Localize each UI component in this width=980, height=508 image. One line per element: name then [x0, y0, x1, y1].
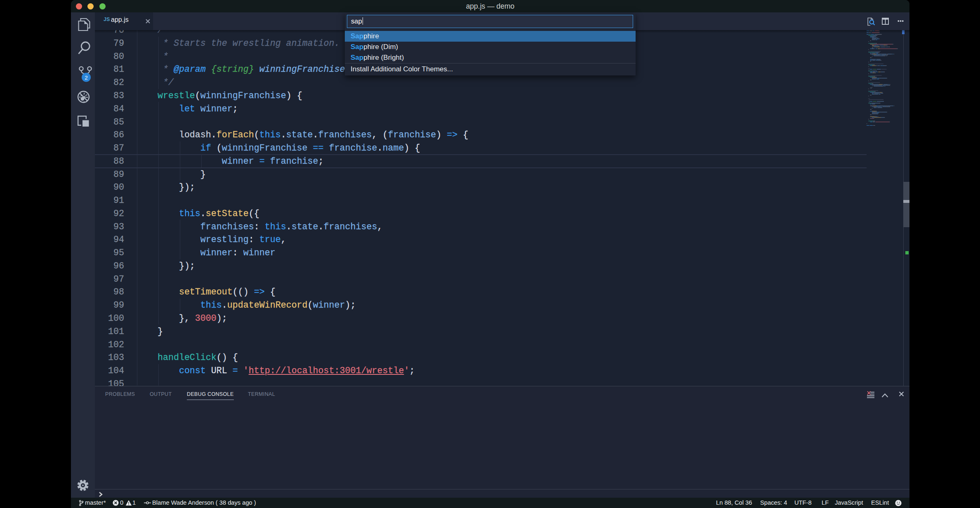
svg-text:2: 2	[85, 75, 88, 81]
